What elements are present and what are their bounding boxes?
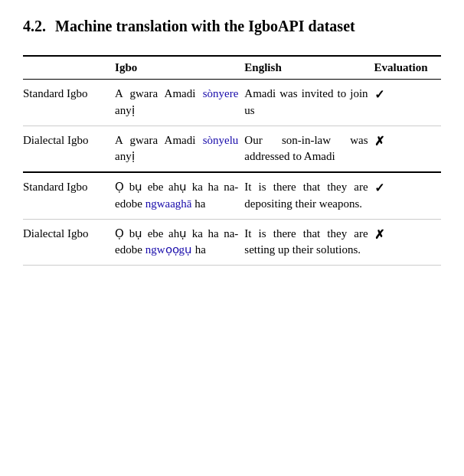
section-title-text: Machine translation with the IgboAPI dat… bbox=[55, 18, 355, 34]
translation-table: Igbo English Evaluation Standard IgboA g… bbox=[23, 55, 441, 266]
igbo-text: anyị bbox=[115, 104, 135, 116]
cell-evaluation: ✗ bbox=[374, 126, 441, 172]
section-number: 4.2. bbox=[23, 18, 46, 34]
igbo-text: ha bbox=[192, 197, 206, 210]
cell-category: Dialectal Igbo bbox=[23, 126, 115, 172]
table-row: Standard IgboỌ bụ ebe ahụ ka ha na-edobe… bbox=[23, 172, 441, 219]
cell-evaluation: ✗ bbox=[374, 219, 441, 266]
cell-evaluation: ✓ bbox=[374, 172, 441, 219]
table-row: Standard IgboA gwara Amadi sònyere anyịA… bbox=[23, 80, 441, 126]
cell-evaluation: ✓ bbox=[374, 80, 441, 126]
cell-english: Amadi was invited to join us bbox=[244, 80, 374, 126]
header-category bbox=[23, 56, 115, 80]
cell-category: Dialectal Igbo bbox=[23, 219, 115, 266]
cell-english: It is there that they are depositing the… bbox=[244, 172, 374, 219]
igbo-text: A gwara Amadi bbox=[115, 87, 203, 99]
table-row: Dialectal IgboA gwara Amadi sònyelu anyị… bbox=[23, 126, 441, 172]
header-english: English bbox=[244, 56, 374, 80]
table-header-row: Igbo English Evaluation bbox=[23, 56, 441, 80]
igbo-link[interactable]: sònyere bbox=[203, 87, 239, 99]
cell-igbo: Ọ bụ ebe ahụ ka ha na-edobe ngwọọgụ ha bbox=[115, 219, 244, 266]
igbo-link[interactable]: sònyelu bbox=[203, 134, 239, 146]
table-row: Dialectal IgboỌ bụ ebe ahụ ka ha na-edob… bbox=[23, 219, 441, 266]
igbo-link[interactable]: ngwọọgụ bbox=[145, 243, 192, 256]
cell-category: Standard Igbo bbox=[23, 80, 115, 126]
header-igbo: Igbo bbox=[115, 56, 244, 80]
igbo-text: anyị bbox=[115, 150, 135, 162]
cell-igbo: A gwara Amadi sònyelu anyị bbox=[115, 126, 244, 172]
igbo-link[interactable]: ngwaaghā bbox=[145, 197, 192, 210]
header-evaluation: Evaluation bbox=[374, 56, 441, 80]
cell-category: Standard Igbo bbox=[23, 172, 115, 219]
igbo-text: A gwara Amadi bbox=[115, 134, 203, 146]
cell-english: Our son-in-law was addressed to Amadi bbox=[244, 126, 374, 172]
section-title: 4.2.Machine translation with the IgboAPI… bbox=[23, 15, 441, 37]
igbo-text: ha bbox=[192, 243, 206, 256]
cell-igbo: A gwara Amadi sònyere anyị bbox=[115, 80, 244, 126]
cell-english: It is there that they are setting up the… bbox=[244, 219, 374, 266]
cell-igbo: Ọ bụ ebe ahụ ka ha na-edobe ngwaaghā ha bbox=[115, 172, 244, 219]
